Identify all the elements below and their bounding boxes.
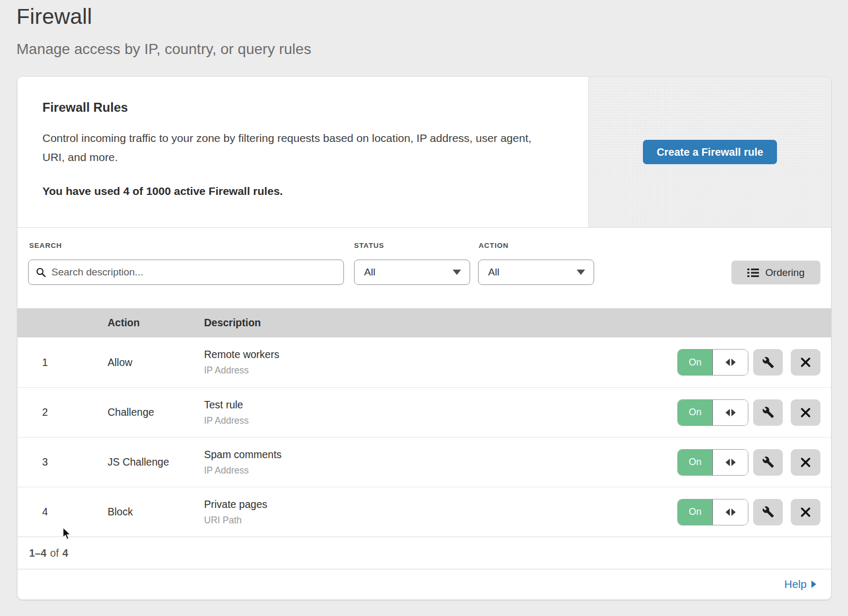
table-row: 4 Block Private pages URI Path On bbox=[17, 487, 831, 537]
pagination-row: 1–4 of 4 bbox=[17, 537, 831, 569]
chevron-down-icon bbox=[453, 270, 461, 275]
rule-controls: On bbox=[676, 499, 831, 525]
triangle-right-icon bbox=[731, 409, 736, 416]
chevron-down-icon bbox=[577, 270, 585, 275]
edit-rule-button[interactable] bbox=[753, 399, 783, 426]
delete-rule-button[interactable] bbox=[791, 449, 820, 476]
rule-description-cell: Spam comments IP Address bbox=[204, 449, 676, 476]
action-select-value: All bbox=[488, 266, 499, 278]
rule-priority: 1 bbox=[17, 356, 108, 369]
triangle-right-icon bbox=[731, 508, 736, 516]
hero-text-block: Firewall Rules Control incoming traffic … bbox=[17, 77, 588, 227]
triangle-left-icon bbox=[726, 459, 730, 466]
toggle-on-label: On bbox=[678, 350, 713, 375]
wrench-icon bbox=[762, 506, 774, 518]
usage-note: You have used 4 of 1000 active Firewall … bbox=[42, 185, 563, 198]
close-x-icon bbox=[800, 407, 811, 418]
table-header: Action Description bbox=[17, 308, 831, 337]
action-label: ACTION bbox=[479, 242, 509, 249]
rule-action: JS Challenge bbox=[108, 456, 204, 468]
rules-table-body: 1 Allow Remote workers IP Address On bbox=[17, 337, 831, 537]
page-title: Firewall bbox=[16, 4, 311, 29]
search-box[interactable] bbox=[28, 260, 344, 285]
section-description: Control incoming traffic to your zone by… bbox=[42, 129, 551, 167]
rule-controls: On bbox=[676, 449, 831, 476]
close-x-icon bbox=[800, 507, 811, 517]
page-subtitle: Manage access by IP, country, or query r… bbox=[16, 41, 311, 58]
edit-rule-button[interactable] bbox=[753, 349, 783, 376]
help-link[interactable]: Help bbox=[784, 578, 816, 591]
help-arrow-icon bbox=[811, 581, 816, 588]
triangle-left-icon bbox=[726, 359, 730, 366]
rule-enabled-toggle[interactable]: On bbox=[677, 349, 748, 376]
search-input[interactable] bbox=[51, 266, 336, 278]
rule-controls: On bbox=[676, 399, 831, 426]
toggle-arrows-icon[interactable] bbox=[713, 350, 748, 375]
rule-enabled-toggle[interactable]: On bbox=[677, 449, 748, 476]
rule-match-field: URI Path bbox=[204, 515, 676, 526]
section-heading: Firewall Rules bbox=[42, 100, 563, 115]
table-row: 2 Challenge Test rule IP Address On bbox=[17, 387, 831, 437]
toggle-arrows-icon[interactable] bbox=[713, 450, 748, 475]
toggle-on-label: On bbox=[678, 400, 713, 425]
wrench-icon bbox=[762, 356, 774, 369]
edit-rule-button[interactable] bbox=[753, 449, 783, 476]
rule-description: Private pages bbox=[204, 498, 676, 511]
rule-description-cell: Private pages URI Path bbox=[204, 498, 676, 526]
rule-controls: On bbox=[676, 349, 831, 376]
hero-section: Firewall Rules Control incoming traffic … bbox=[17, 77, 831, 228]
edit-rule-button[interactable] bbox=[753, 499, 783, 525]
search-icon bbox=[36, 267, 46, 278]
close-x-icon bbox=[800, 357, 811, 368]
delete-rule-button[interactable] bbox=[791, 349, 820, 376]
ordering-button-label: Ordering bbox=[765, 267, 805, 279]
pagination-of: of bbox=[50, 547, 59, 559]
rule-action: Challenge bbox=[108, 406, 204, 418]
toggle-on-label: On bbox=[678, 450, 713, 475]
description-column-header: Description bbox=[204, 317, 676, 329]
create-firewall-rule-button[interactable]: Create a Firewall rule bbox=[643, 140, 777, 164]
rule-description-cell: Test rule IP Address bbox=[204, 399, 676, 426]
filters-section: SEARCH STATUS All ACTION All bbox=[17, 228, 831, 308]
status-label: STATUS bbox=[354, 242, 384, 249]
rule-match-field: IP Address bbox=[204, 415, 676, 426]
rule-match-field: IP Address bbox=[204, 365, 676, 376]
help-link-label: Help bbox=[784, 578, 807, 591]
toggle-arrows-icon[interactable] bbox=[713, 499, 748, 525]
status-select[interactable]: All bbox=[354, 260, 470, 285]
toggle-on-label: On bbox=[678, 499, 713, 525]
rule-description: Spam comments bbox=[204, 449, 676, 461]
rule-enabled-toggle[interactable]: On bbox=[677, 499, 748, 525]
action-select[interactable]: All bbox=[478, 260, 594, 285]
pagination-total: 4 bbox=[63, 547, 68, 559]
hero-action-panel: Create a Firewall rule bbox=[588, 77, 831, 227]
pagination-range: 1–4 bbox=[29, 547, 47, 559]
rule-action: Block bbox=[108, 506, 204, 518]
action-column-header: Action bbox=[108, 317, 204, 329]
rule-match-field: IP Address bbox=[204, 465, 676, 476]
status-select-value: All bbox=[364, 266, 375, 278]
triangle-left-icon bbox=[726, 508, 730, 516]
firewall-rules-card: Firewall Rules Control incoming traffic … bbox=[17, 77, 831, 600]
triangle-right-icon bbox=[731, 359, 736, 366]
wrench-icon bbox=[762, 406, 774, 418]
rule-priority: 3 bbox=[17, 456, 108, 468]
ordering-button[interactable]: Ordering bbox=[731, 261, 820, 284]
page-header: Firewall Manage access by IP, country, o… bbox=[16, 4, 311, 58]
help-row: Help bbox=[17, 569, 831, 599]
rule-description: Test rule bbox=[204, 399, 676, 411]
delete-rule-button[interactable] bbox=[791, 499, 820, 525]
rule-action: Allow bbox=[108, 356, 204, 369]
rule-description-cell: Remote workers IP Address bbox=[204, 349, 676, 376]
table-row: 1 Allow Remote workers IP Address On bbox=[17, 337, 831, 387]
delete-rule-button[interactable] bbox=[791, 399, 820, 426]
triangle-left-icon bbox=[726, 409, 730, 416]
search-label: SEARCH bbox=[29, 242, 62, 249]
toggle-arrows-icon[interactable] bbox=[713, 400, 748, 425]
close-x-icon bbox=[800, 457, 811, 468]
triangle-right-icon bbox=[731, 459, 736, 466]
rule-description: Remote workers bbox=[204, 349, 676, 361]
rule-enabled-toggle[interactable]: On bbox=[677, 399, 748, 426]
rule-priority: 2 bbox=[17, 406, 108, 418]
rule-priority: 4 bbox=[17, 506, 108, 518]
